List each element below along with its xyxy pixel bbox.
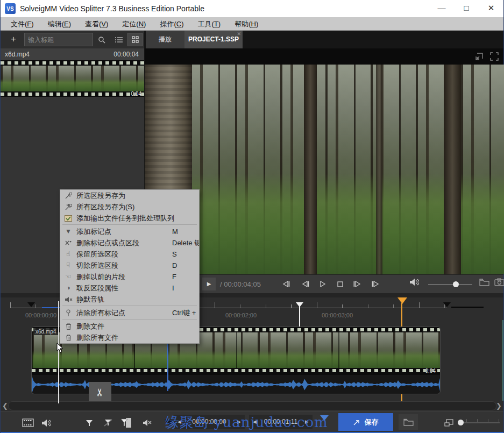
volume-icon[interactable] [409,278,419,286]
save-icon [353,419,360,425]
menu-edit[interactable]: 编辑(E) [41,17,78,31]
filmstrip-sprockets-bottom [1,91,144,97]
ctx-add-to-batch-queue[interactable]: 添加输出文件任务到批处理队列 [60,212,199,224]
clip-name-label: x6d.mp4 [33,328,58,335]
ctx-keep-fragment[interactable]: ☝ 保留所选区段 S [60,249,199,260]
media-panel-toolbar: + ✕ [1,31,144,48]
zoom-slider-track[interactable] [458,422,500,423]
timeline-start-marker[interactable] [27,302,35,307]
ruler-out-of-media [451,307,484,308]
menu-help[interactable]: 帮助(H) [228,17,265,31]
stop-button[interactable] [333,278,347,290]
ctx-delete-marker[interactable]: 删除标记点或点区段 Delete 键 [60,237,199,249]
fullscreen-icon[interactable] [490,52,499,61]
timeline-scroll-left[interactable]: ❮ [2,402,8,410]
play-button[interactable] [316,278,330,290]
clear-markers-icon [63,307,74,318]
filmstrip-sprockets-top [1,60,144,66]
mouse-cursor [56,343,63,353]
keep-fragment-icon: ☝ [63,249,74,260]
snapshot-icon[interactable] [494,278,504,286]
list-view-icon[interactable] [111,33,126,46]
ruler-label-0: 00:00:00;00 [25,312,56,318]
add-marker-icon: ▼ [63,226,74,237]
cut-previous-icon: ☜ [63,271,74,282]
remove-marker-button[interactable] [100,415,116,430]
ctx-mute-audio-track[interactable]: 静默音轨 [60,294,199,305]
video-track-icon[interactable] [20,415,36,430]
search-icon[interactable] [94,33,109,46]
menu-navigate[interactable]: 定位(N) [115,17,153,31]
menu-tools[interactable]: 工具(T) [191,17,228,31]
add-media-button[interactable]: + [5,33,22,46]
timeline-right-edge [502,320,503,401]
clip-end-time-label: 0:04 [425,368,436,374]
timeline-end-marker[interactable] [443,302,451,307]
step-back-button[interactable] [299,278,313,290]
ruler-label-2: 00:00:02;00 [225,312,257,318]
delete-marker-icon [63,237,74,249]
app-logo-icon: VS [5,3,16,14]
maximize-button[interactable]: □ [454,0,479,17]
volume-slider-track[interactable] [428,284,472,285]
playback-time-display: / 00:00:04;05 [220,275,261,294]
menu-operations[interactable]: 操作(C) [153,17,190,31]
menu-file[interactable]: 文件(F) [4,17,41,31]
search-input[interactable] [24,33,93,46]
save-fragment-icon [63,190,74,201]
ctx-add-marker[interactable]: ▼ 添加标记点 M [60,226,199,237]
next-keyframe-button[interactable] [368,278,382,290]
menu-bar: 文件(F) 编辑(E) 查看(V) 定位(N) 操作(C) 工具(T) 帮助(H… [1,17,503,31]
ctx-invert-fragment[interactable]: ◑ 取反区段属性 I [60,282,199,294]
trim-marker-button[interactable] [118,415,134,430]
delete-all-files-icon [63,332,74,343]
ctx-delete-file[interactable]: 删除文件 [60,321,199,332]
orange-marker[interactable] [397,297,407,304]
timeline-scrollbar[interactable] [8,401,496,410]
zoom-slider-handle[interactable] [458,420,464,425]
mute-button[interactable] [139,415,155,430]
audio-track-icon[interactable] [38,415,54,430]
media-filmstrip-thumbnail[interactable]: 0:04 [1,60,144,97]
prev-keyframe-button[interactable] [279,278,293,290]
ctx-delete-all-files[interactable]: 删除所有文件 [60,332,199,343]
timeline-scroll-right[interactable]: ❯ [496,402,502,410]
open-folder-icon[interactable] [479,278,490,287]
detach-preview-icon[interactable] [475,52,484,61]
split-tool-button[interactable]: ✂ [89,382,111,402]
output-folder-button[interactable] [399,414,418,430]
tab-close-icon[interactable]: ✕ [237,31,241,37]
media-file-row[interactable]: x6d.mp4 00:00:04 [1,48,144,60]
save-button[interactable]: 保存 [338,413,393,431]
video-header-strip [145,48,503,65]
ctx-clear-all-markers[interactable]: 清除所有标记点 Ctrl键 + [60,307,199,318]
grid-view-icon[interactable] [127,33,143,46]
ruler-label-3: 00:00:03;00 [322,312,353,318]
ctx-cut-previous-part[interactable]: ☜ 删掉以前的片段 F [60,271,199,282]
cut-fragment-icon: ☟ [63,260,74,271]
tab-playback[interactable]: 播放 [146,31,184,48]
tab-project[interactable]: PROJECT-1.SSP ✕ [184,31,243,48]
timeline-zoom-icon [441,415,457,430]
watermark-text: 缘聚岛-yuanjudao.com [165,413,328,432]
bottom-toolbar: ◀ 00:00:00;00 ▶ ◀ 00:00:01:11 ▶ 保存 缘聚岛-y… [1,411,503,433]
batch-queue-icon [63,212,74,224]
mini-play-icon[interactable]: ▶ [202,278,216,290]
step-forward-button[interactable] [350,278,364,290]
media-file-name: x6d.mp4 [5,48,30,60]
ctx-save-selected-fragment[interactable]: 所选区段另存为 [60,190,199,201]
ctx-save-all-fragments[interactable]: 所有区段另存为(S) [60,201,199,212]
minimize-button[interactable]: — [429,0,454,17]
volume-slider-handle[interactable] [453,281,459,287]
delete-file-icon [63,321,74,332]
tabs-bar: 播放 PROJECT-1.SSP ✕ [145,31,503,48]
title-bar: VS SolveigMM Video Splitter 7.3 Business… [1,0,503,17]
close-button[interactable]: ✕ [479,0,503,17]
invert-fragment-icon: ◑ [63,282,74,294]
mute-track-icon [63,294,74,305]
ctx-cut-fragment[interactable]: ☟ 切除所选区段 D [60,260,199,271]
media-file-duration: 00:00:04 [113,48,139,60]
menu-view[interactable]: 查看(V) [78,17,115,31]
add-marker-button[interactable] [81,415,97,430]
filmstrip-image [1,66,144,91]
